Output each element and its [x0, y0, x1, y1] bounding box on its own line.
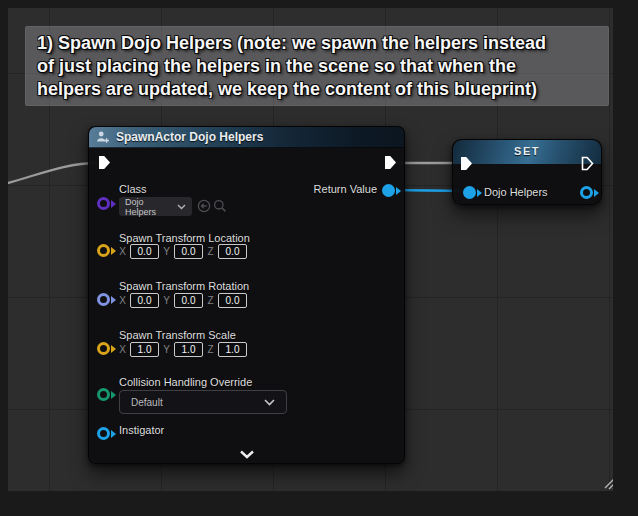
return-value-pin[interactable] [382, 184, 401, 197]
instigator-pin-label: Instigator [119, 424, 164, 436]
pin-circle [97, 427, 110, 440]
rotation-x-input[interactable]: 0.0 [130, 293, 159, 308]
axis-label-y: Y [163, 295, 170, 306]
class-pin[interactable] [97, 197, 116, 210]
spawn-node-header: SpawnActor Dojo Helpers [89, 127, 404, 148]
location-pin-label: Spawn Transform Location [119, 232, 250, 244]
pin-arrow [594, 189, 599, 197]
blueprint-editor-frame: 1) Spawn Dojo Helpers (note: we spawn th… [0, 0, 638, 516]
exec-in-pin[interactable] [98, 155, 111, 170]
scale-y-input[interactable]: 1.0 [174, 342, 203, 357]
exec-out-pin[interactable] [384, 155, 397, 170]
axis-label-y: Y [163, 246, 170, 257]
axis-label-z: Z [207, 344, 214, 355]
axis-label-x: X [119, 344, 126, 355]
scale-pin-label: Spawn Transform Scale [119, 329, 236, 341]
pin-arrow [111, 391, 116, 399]
rotation-pin[interactable] [97, 293, 116, 306]
set-exec-out-pin[interactable] [581, 156, 594, 171]
expand-node-button[interactable] [89, 450, 404, 459]
set-output-pin[interactable] [580, 186, 599, 199]
spawn-actor-node[interactable]: SpawnActor Dojo Helpers Class Dojo Helpe… [88, 126, 405, 464]
set-node-header: SET [453, 140, 601, 164]
chevron-down-icon [264, 399, 275, 406]
pin-circle [463, 186, 476, 199]
class-pin-label: Class [119, 183, 147, 195]
rotation-xyz-row: X 0.0 Y 0.0 Z 0.0 [119, 293, 247, 308]
scale-pin[interactable] [97, 342, 116, 355]
comment-node[interactable]: 1) Spawn Dojo Helpers (note: we spawn th… [25, 26, 609, 106]
location-pin[interactable] [97, 244, 116, 257]
pin-circle [97, 244, 110, 257]
set-node-title: SET [514, 145, 540, 164]
collision-pin-label: Collision Handling Override [119, 376, 252, 388]
scale-x-input[interactable]: 1.0 [130, 342, 159, 357]
axis-label-y: Y [163, 344, 170, 355]
pin-arrow [111, 345, 116, 353]
location-y-input[interactable]: 0.0 [174, 244, 203, 259]
pin-arrow [111, 296, 116, 304]
scale-z-input[interactable]: 1.0 [218, 342, 247, 357]
location-x-input[interactable]: 0.0 [130, 244, 159, 259]
pin-arrow [111, 200, 116, 208]
chevron-down-icon [177, 204, 186, 210]
pin-circle [97, 342, 110, 355]
pin-arrow [111, 247, 116, 255]
wire-exec-incoming[interactable] [8, 163, 98, 184]
class-dropdown-value: Dojo Helpers [125, 197, 177, 217]
location-xyz-row: X 0.0 Y 0.0 Z 0.0 [119, 244, 247, 259]
chevron-down-icon [239, 450, 255, 459]
pin-arrow [111, 430, 116, 438]
location-z-input[interactable]: 0.0 [218, 244, 247, 259]
set-variable-label: Dojo Helpers [484, 186, 548, 198]
pin-circle [580, 186, 593, 199]
pin-circle [97, 293, 110, 306]
pin-arrow [477, 189, 482, 197]
axis-label-x: X [119, 295, 126, 306]
rotation-pin-label: Spawn Transform Rotation [119, 280, 249, 292]
spawn-actor-icon [96, 130, 110, 144]
instigator-pin[interactable] [97, 427, 116, 440]
pin-circle [382, 184, 395, 197]
set-node[interactable]: SET Dojo Helpers [452, 139, 602, 205]
browse-search-icon[interactable] [213, 199, 227, 213]
comment-text-line: 1) Spawn Dojo Helpers (note: we spawn th… [37, 32, 597, 55]
spawn-node-title: SpawnActor Dojo Helpers [116, 127, 263, 147]
graph-panel[interactable]: 1) Spawn Dojo Helpers (note: we spawn th… [8, 8, 613, 491]
pin-circle [97, 388, 110, 401]
axis-label-x: X [119, 246, 126, 257]
collision-dropdown[interactable]: Default [119, 390, 287, 414]
use-asset-icon[interactable] [197, 199, 211, 213]
axis-label-z: Z [207, 295, 214, 306]
class-dropdown[interactable]: Dojo Helpers [119, 197, 192, 216]
pin-circle [97, 197, 110, 210]
set-exec-in-pin[interactable] [460, 156, 473, 171]
scale-xyz-row: X 1.0 Y 1.0 Z 1.0 [119, 342, 247, 357]
return-value-label: Return Value [314, 183, 377, 195]
collision-pin[interactable] [97, 388, 116, 401]
axis-label-z: Z [207, 246, 214, 257]
pin-arrow [396, 187, 401, 195]
rotation-y-input[interactable]: 0.0 [174, 293, 203, 308]
collision-dropdown-value: Default [131, 397, 163, 408]
set-input-pin[interactable] [463, 186, 482, 199]
comment-text-line: of just placing the helpers in the scene… [37, 55, 597, 78]
comment-text-line: helpers are updated, we keep the content… [37, 78, 597, 101]
rotation-z-input[interactable]: 0.0 [218, 293, 247, 308]
